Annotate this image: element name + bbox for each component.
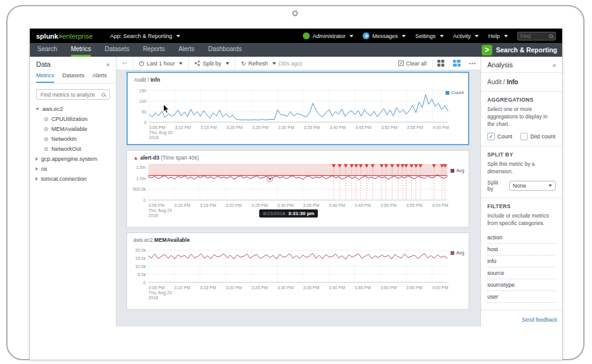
chevron-right-icon: [36, 157, 38, 161]
more-options-button[interactable]: •••: [465, 60, 480, 66]
app-identity[interactable]: > Search & Reporting: [482, 45, 557, 55]
filter-item-action[interactable]: action: [487, 232, 556, 244]
activity-menu[interactable]: Activity: [453, 33, 479, 39]
aggregation-option-label: Count: [497, 133, 512, 140]
tab-datasets[interactable]: Datasets: [105, 43, 129, 57]
chart-card-audit-info[interactable]: Audit / Info Count 3:05 PM3:10 PM3:15 PM…: [127, 72, 469, 145]
top-right-menus: Administrator 4 Messages Settings Activi…: [303, 32, 556, 41]
aggregation-distcount-option[interactable]: Dist count: [520, 133, 555, 140]
list-view-icon: [453, 60, 461, 67]
analysis-panel: Analysis » Audit / Info AGGREGATIONS Sel…: [480, 57, 562, 327]
tree-node-os[interactable]: os: [30, 164, 116, 174]
collapse-panel-icon[interactable]: «: [106, 61, 110, 68]
svg-text:5.0k: 5.0k: [138, 272, 146, 277]
split-by-label: Split by: [203, 60, 221, 67]
tree-node-aws-ec2[interactable]: aws.ec2: [30, 104, 116, 114]
chevron-down-icon: [504, 35, 508, 37]
settings-menu[interactable]: Settings: [415, 33, 444, 39]
user-menu[interactable]: Administrator: [303, 32, 353, 39]
undo-icon: ↩: [122, 60, 127, 67]
tree-metric-memavailable[interactable]: ⊘ MEMAvailable: [30, 124, 116, 134]
time-range-label: Last 1 hour: [146, 60, 174, 67]
line-chart-memavailable[interactable]: 3:05 PM3:10 PM3:15 PM3:20 PM3:25 PM3:30 …: [131, 245, 455, 304]
svg-text:4:00 PM: 4:00 PM: [432, 203, 448, 208]
chart-title-suffix: (Time span 40s): [160, 155, 199, 161]
split-by-heading: SPLIT BY: [487, 151, 556, 158]
list-view-button[interactable]: [449, 60, 465, 67]
clear-all-button[interactable]: Clear all: [393, 57, 432, 70]
split-by-select[interactable]: None: [509, 181, 556, 191]
refresh-button[interactable]: ↻ Refresh (30s ago): [236, 57, 308, 70]
checkbox-unchecked-icon[interactable]: [520, 133, 528, 140]
app-menu[interactable]: App: Search & Reporting: [110, 33, 181, 39]
filter-item-user[interactable]: user: [487, 291, 556, 303]
split-by-button[interactable]: Split by: [189, 57, 236, 70]
tree-node-gcp-appengine[interactable]: gcp.appengine.system: [30, 154, 116, 164]
clear-all-icon: [398, 60, 404, 66]
chart-title-prefix: Audit /: [134, 77, 150, 83]
svg-text:3:20 PM: 3:20 PM: [226, 285, 242, 290]
find-input[interactable]: [520, 33, 549, 39]
help-menu[interactable]: Help: [488, 33, 508, 39]
messages-menu[interactable]: 4 Messages: [363, 32, 406, 39]
chart-tooltip: 8/23/2018 3:31:30 pm: [259, 209, 318, 218]
filter-item-source[interactable]: source: [487, 267, 556, 279]
svg-text:3:15 PM: 3:15 PM: [200, 285, 216, 290]
tab-dashboards[interactable]: Dashboards: [208, 43, 242, 57]
metric-icon: ⊘: [44, 127, 49, 132]
svg-text:3:35 PM: 3:35 PM: [303, 125, 320, 130]
global-find-box[interactable]: [517, 32, 556, 41]
line-chart-audit-info[interactable]: 3:05 PM3:10 PM3:15 PM3:20 PM3:25 PM3:30 …: [131, 85, 456, 143]
svg-text:3:50 PM: 3:50 PM: [380, 203, 396, 208]
svg-text:4:00 PM: 4:00 PM: [432, 125, 449, 130]
tab-metrics[interactable]: Metrics: [71, 43, 91, 57]
filter-item-info[interactable]: info: [487, 256, 556, 267]
time-range-picker[interactable]: Last 1 hour: [133, 57, 189, 70]
tree-node-tomcat[interactable]: tomcat.connection: [30, 174, 116, 184]
expand-panel-icon[interactable]: »: [552, 62, 556, 69]
data-tab-datasets[interactable]: Datasets: [62, 72, 85, 83]
search-icon: [102, 93, 105, 97]
aggregation-count-option[interactable]: ✓ Count: [487, 133, 512, 140]
metrics-search-input[interactable]: [41, 92, 102, 98]
svg-text:3:40 PM: 3:40 PM: [330, 125, 346, 130]
filter-item-sourcetype[interactable]: sourcetype: [487, 279, 556, 291]
svg-text:3:25 PM: 3:25 PM: [252, 203, 268, 208]
charts-toolbar: ↩ Last 1 hour Split by: [117, 57, 480, 70]
tab-search[interactable]: Search: [37, 43, 57, 57]
chart-card-memavailable[interactable]: aws.ec2.MEMAvailable Avg 3:05 PM3:10 PM3…: [127, 232, 469, 310]
data-tab-alerts[interactable]: Alerts: [93, 72, 107, 83]
logo-text-splunk: splunk: [36, 32, 58, 40]
grid-view-button[interactable]: [433, 60, 449, 67]
tree-metric-networkout[interactable]: ⊘ NetworkOut: [30, 144, 116, 154]
tab-reports[interactable]: Reports: [143, 43, 165, 57]
data-tab-metrics[interactable]: Metrics: [36, 72, 54, 83]
tree-metric-cpuutilization[interactable]: ⊘ CPUUtilization: [30, 114, 116, 124]
chart-card-alert-d3[interactable]: ▲alert-d3 (Time span 40s) Avg 3:05 PM3:1…: [127, 150, 469, 228]
messages-count-badge: 4: [363, 32, 370, 39]
filters-desc: Include or exclude metrics from specific…: [487, 213, 556, 228]
feedback-row: Send feedback: [481, 310, 562, 327]
checkbox-checked-icon[interactable]: ✓: [487, 133, 495, 140]
svg-text:3:45 PM: 3:45 PM: [355, 285, 371, 290]
splunk-logo[interactable]: splunk>enterprise: [36, 32, 93, 40]
undo-button[interactable]: ↩: [117, 57, 133, 70]
data-panel-title: Data: [36, 60, 50, 68]
tree-metric-networkin[interactable]: ⊘ NetworkIn: [30, 134, 116, 144]
filter-item-host[interactable]: host: [487, 244, 556, 256]
data-panel: Data « Metrics Datasets Alerts aws.ec2: [30, 57, 117, 327]
app-nav-bar: Search Metrics Datasets Reports Alerts D…: [30, 43, 562, 57]
chart-title: Audit / Info: [134, 77, 160, 83]
app-identity-label: Search & Reporting: [496, 46, 557, 54]
metrics-search-box[interactable]: [36, 89, 110, 100]
svg-text:10.0k: 10.0k: [135, 264, 146, 269]
tab-alerts[interactable]: Alerts: [178, 43, 194, 57]
metric-icon: ⊘: [44, 136, 49, 142]
mouse-cursor: [163, 104, 170, 114]
send-feedback-link[interactable]: Send feedback: [522, 317, 557, 323]
svg-text:3:55 PM: 3:55 PM: [407, 125, 423, 130]
chart-title: ▲alert-d3 (Time span 40s): [133, 155, 199, 161]
tree-node-label: gcp.appengine.system: [41, 156, 97, 162]
splunk-app-window: splunk>enterprise App: Search & Reportin…: [29, 28, 563, 360]
data-panel-tabs: Metrics Datasets Alerts: [30, 71, 116, 84]
